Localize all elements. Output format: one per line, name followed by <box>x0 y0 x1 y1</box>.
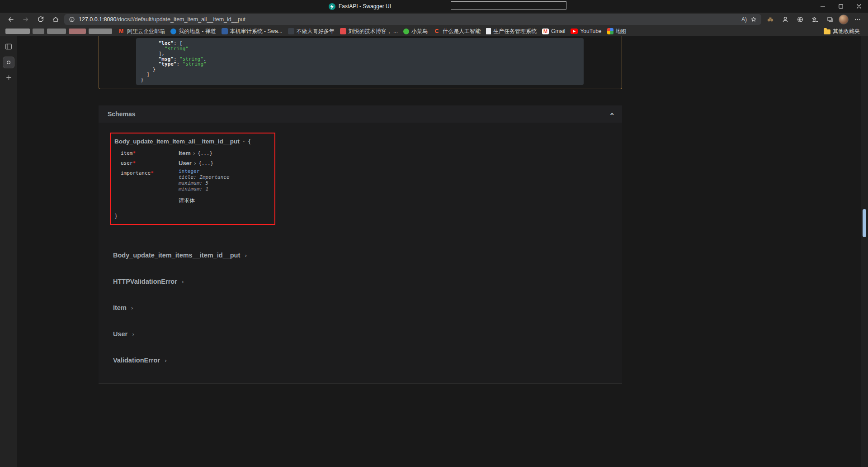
chevron-right-icon[interactable]: › <box>193 149 195 157</box>
bookmark-item[interactable]: C什么是人工智能 <box>430 27 483 36</box>
page-viewport: "loc": [ "string" ], "msg": "string", "t… <box>17 36 861 467</box>
extension-globe-icon[interactable] <box>794 14 806 25</box>
square-favicon <box>288 28 294 34</box>
fastapi-favicon <box>329 3 335 10</box>
property-attr: minimum: 1 <box>179 186 271 192</box>
schema-model-row[interactable]: User › <box>109 321 611 347</box>
model-title[interactable]: Item <box>113 304 127 311</box>
chevron-right-icon[interactable]: › <box>131 305 133 311</box>
schema-model-row[interactable]: ValidationError › <box>109 347 611 373</box>
bookmark-item[interactable]: 地图 <box>604 27 629 36</box>
sidebar-toggle-icon[interactable] <box>5 43 13 51</box>
code-line: "type": "string" <box>141 62 579 67</box>
read-aloud-icon[interactable]: A) <box>741 16 747 23</box>
back-button[interactable] <box>5 14 17 25</box>
model-title[interactable]: Body_update_item_items__item_id__put <box>113 252 240 259</box>
collections-icon[interactable] <box>824 14 836 25</box>
favorites-bar-icon[interactable] <box>809 14 821 25</box>
navigation-bar: 127.0.0.1:8080/docs#/default/update_item… <box>0 13 868 26</box>
site-info-icon[interactable] <box>69 16 75 23</box>
endpoint-block-tail: "loc": [ "string" ], "msg": "string", "t… <box>99 36 622 89</box>
model-title[interactable]: ValidationError <box>113 357 160 364</box>
maximize-button[interactable] <box>832 0 850 13</box>
schema-model-row[interactable]: HTTPValidationError › <box>109 268 611 295</box>
chevron-right-icon[interactable]: › <box>245 252 247 259</box>
property-name: item* <box>121 149 179 157</box>
property-description: 请求体 <box>179 198 271 203</box>
extension-binoculars-icon[interactable] <box>764 14 776 25</box>
property-value: Item › {...} <box>179 149 271 157</box>
settings-menu-icon[interactable] <box>851 14 863 25</box>
letter-favicon: C <box>433 28 440 35</box>
extension-person-icon[interactable] <box>779 14 791 25</box>
scrollbar-track[interactable] <box>861 36 868 467</box>
property-detail: integer title: Importance maximum: 5 min… <box>179 169 271 203</box>
bookmark-item[interactable]: ▶YouTube <box>568 27 604 36</box>
redacted-bookmark[interactable] <box>89 29 112 34</box>
close-brace: } <box>114 213 271 219</box>
close-button[interactable] <box>850 0 868 13</box>
profile-avatar[interactable] <box>839 14 849 24</box>
redacted-bookmark[interactable] <box>69 29 86 34</box>
home-button[interactable] <box>49 14 61 25</box>
bookmark-label: Gmail <box>551 28 565 34</box>
bookmark-label: 我的地盘 - 禅道 <box>179 28 216 35</box>
chevron-right-icon[interactable]: › <box>194 159 196 167</box>
bookmark-item[interactable]: 生产任务管理系统 <box>483 27 539 36</box>
schemas-section: Schemas › Body_update_item_item_all__ite… <box>99 105 622 384</box>
model-title[interactable]: HTTPValidationError <box>113 278 177 285</box>
required-star: * <box>151 170 154 176</box>
address-bar[interactable]: 127.0.0.1:8080/docs#/default/update_item… <box>64 14 761 25</box>
required-star: * <box>133 150 136 156</box>
schema-model-row[interactable]: Body_update_item_items__item_id__put › <box>109 242 611 268</box>
model-title-row[interactable]: Body_update_item_item_all__item_id__put … <box>114 138 271 145</box>
open-brace: { <box>248 138 251 145</box>
bookmark-item[interactable]: 我的地盘 - 禅道 <box>168 27 219 36</box>
collapse-chevron-icon[interactable]: › <box>607 112 616 115</box>
bookmark-item[interactable]: 小菜鸟 <box>401 27 430 36</box>
model-title[interactable]: Body_update_item_item_all__item_id__put <box>114 138 240 145</box>
ref-model-link[interactable]: User <box>179 159 192 167</box>
bookmark-item[interactable]: MGmail <box>539 27 568 36</box>
refresh-button[interactable] <box>34 14 47 25</box>
model-title[interactable]: User <box>113 330 127 338</box>
sidebar-add-icon[interactable] <box>5 74 12 81</box>
chevron-right-icon[interactable]: › <box>182 278 184 285</box>
bookmark-item[interactable]: 本机审计系统 - Swa... <box>219 27 285 36</box>
code-line: "loc": [ <box>141 41 579 46</box>
bookmark-item[interactable]: 不做大哥好多年 <box>285 27 337 36</box>
chevron-right-icon[interactable]: › <box>132 331 134 338</box>
redacted-bookmark[interactable] <box>5 29 30 34</box>
property-type: integer <box>179 169 271 174</box>
url-text: 127.0.0.1:8080/docs#/default/update_item… <box>79 16 245 23</box>
scrollbar-thumb[interactable] <box>863 209 866 237</box>
title-bar: FastAPI - Swagger UI <box>0 0 868 13</box>
collapsed-preview: {...} <box>198 159 213 167</box>
schemas-header[interactable]: Schemas › <box>99 105 622 123</box>
chevron-right-icon[interactable]: › <box>165 357 167 364</box>
sidebar-workspace-icon[interactable] <box>3 57 14 68</box>
add-favorite-star-icon[interactable] <box>750 16 757 23</box>
url-host: 127.0.0.1:8080 <box>79 16 116 23</box>
schema-model-expanded[interactable]: Body_update_item_item_all__item_id__put … <box>110 133 275 225</box>
code-line: ] <box>141 72 579 77</box>
schema-model-row[interactable]: Item › <box>109 295 611 321</box>
forward-button[interactable] <box>19 14 32 25</box>
redacted-bookmark[interactable] <box>47 29 66 34</box>
bookmark-item[interactable]: 刘悦的技术博客， ... <box>337 27 401 36</box>
redacted-bookmark[interactable] <box>33 29 44 34</box>
circle-favicon <box>403 29 409 34</box>
url-path: /docs#/default/update_item_item_all__ite… <box>116 16 245 23</box>
model-properties: item* Item › {...} user* User › <box>121 149 271 203</box>
other-favorites-folder[interactable]: 其他收藏夹 <box>821 27 863 36</box>
chevron-down-icon[interactable]: › <box>241 140 247 142</box>
square-favicon <box>340 28 346 34</box>
minimize-button[interactable] <box>814 0 832 13</box>
letter-favicon: M <box>118 28 125 35</box>
bookmark-label: YouTube <box>580 28 601 34</box>
collapsed-preview: {...} <box>198 149 212 157</box>
schemas-title: Schemas <box>108 110 135 118</box>
bookmark-item[interactable]: M阿里云企业邮箱 <box>115 27 168 36</box>
code-line: "string" <box>141 46 579 52</box>
ref-model-link[interactable]: Item <box>179 149 191 157</box>
